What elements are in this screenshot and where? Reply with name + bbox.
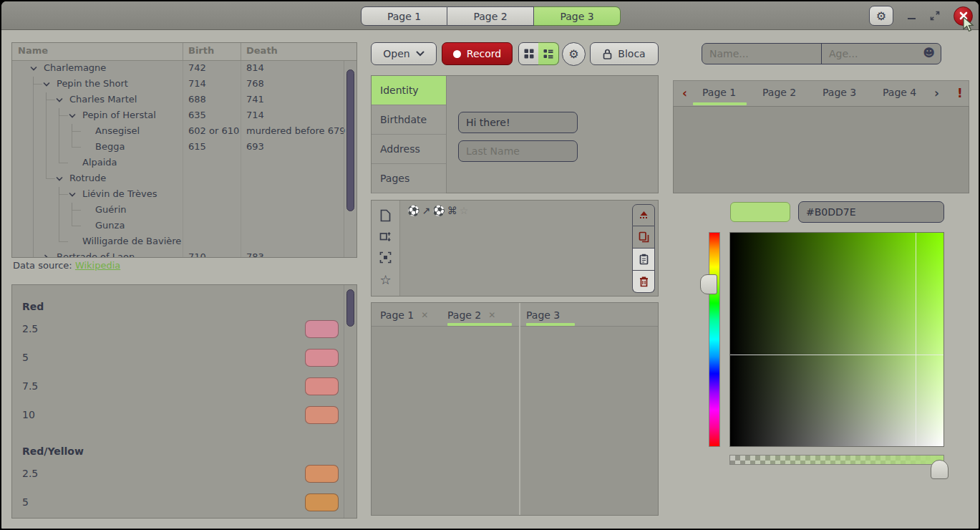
alpha-slider[interactable] [729,455,944,465]
record-button[interactable]: Record [442,42,513,65]
scale-list-item[interactable]: 5 [12,488,344,517]
column-header-death[interactable]: Death [246,45,278,56]
table-row[interactable]: Pepin of Herstal635714 [12,108,344,124]
expander-icon[interactable] [55,175,64,183]
pane-divider[interactable] [519,303,520,515]
focus-icon[interactable] [379,251,392,264]
person-name: Charlemagne [44,62,106,73]
table-row[interactable]: Willigarde de Bavière [12,234,344,250]
color-scale-list: Red2.557.510Red/Yellow2.557.5 [11,284,357,519]
resize-icon[interactable] [379,231,392,243]
scale-list-item[interactable]: 2.5 [12,460,344,488]
notebook-tab-page-3[interactable]: Page 3 [823,87,856,98]
tabs-prev-arrow[interactable]: ‹ [682,86,687,100]
titlebar-tab-page-3[interactable]: Page 3 [534,6,621,26]
column-divider [183,43,183,60]
tabs-overflow-indicator[interactable]: ! [957,86,963,100]
gear-icon: ⚙ [876,9,886,23]
table-row[interactable]: Ansegisel602 or 610murdered before 679 [12,124,344,140]
tab-close-icon[interactable]: ✕ [488,310,495,320]
eject-button[interactable] [632,204,655,226]
sidebar-item-address[interactable]: Address [372,135,446,164]
age-input[interactable]: Age... ☻ [821,44,941,64]
table-row[interactable]: Guérin [12,203,344,218]
star-outline-icon[interactable]: ☆ [379,272,391,287]
birth-value: 742 [188,62,206,73]
wikipedia-link[interactable]: Wikipedia [75,260,120,271]
tree-expander[interactable] [42,80,51,89]
doc-tab-page-1[interactable]: Page 1✕ [380,303,428,327]
expander-icon[interactable] [42,80,51,89]
new-document-icon[interactable] [380,209,391,222]
open-button[interactable]: Open [371,42,437,65]
alpha-slider-handle[interactable] [931,460,949,479]
birth-value: 602 or 610 [188,125,239,136]
tree-expander[interactable] [29,64,38,73]
name-input[interactable]: Name... [702,44,821,64]
maximize-icon [929,10,941,21]
copy-icon [639,231,649,243]
minimize-button[interactable] [906,11,916,21]
last-name-field[interactable]: Last Name [458,140,578,162]
column-header-name[interactable]: Name [18,45,48,56]
hue-slider[interactable] [709,232,720,447]
tree-expander[interactable] [55,96,64,105]
list-scrollbar[interactable] [344,285,356,518]
notebook-tab-page-2[interactable]: Page 2 [762,87,796,98]
lock-button[interactable]: Bloca [590,42,659,65]
tree-expander[interactable] [55,175,64,183]
scale-list-item[interactable]: 7.5 [12,517,344,519]
expander-icon[interactable] [29,64,38,73]
hue-slider-handle[interactable] [700,274,717,294]
delete-button[interactable] [632,271,655,293]
expander-icon[interactable] [68,191,77,199]
sidebar-item-birthdate[interactable]: Birthdate [372,105,446,135]
grid-view-toggle[interactable] [518,42,539,65]
emoji-icon[interactable]: ☻ [923,46,935,59]
table-row[interactable]: Rotrude [12,171,344,187]
expander-icon[interactable] [68,112,77,120]
active-tab-underline [526,323,575,326]
table-row[interactable]: Liévin de Trèves [12,187,344,203]
settings-button[interactable]: ⚙ [869,6,893,26]
notebook-tab-page-1[interactable]: Page 1 [702,87,736,98]
table-row[interactable]: Charles Martel688741 [12,92,344,108]
list-scrollbar-thumb[interactable] [346,289,354,327]
table-row[interactable]: Charlemagne742814 [12,61,344,77]
titlebar-tab-page-2[interactable]: Page 2 [447,6,534,26]
copy-button[interactable] [632,226,655,249]
table-header[interactable]: Name Birth Death [12,43,356,61]
table-row[interactable]: Pepin the Short714768 [12,77,344,92]
tab-close-icon[interactable]: ✕ [421,310,428,320]
tree-expander[interactable] [42,254,51,258]
color-swatch[interactable] [730,202,790,222]
list-view-toggle[interactable] [538,42,559,65]
column-header-birth[interactable]: Birth [188,45,214,56]
table-row[interactable]: Begga615693 [12,140,344,155]
scale-list-item[interactable]: 5 [12,344,344,372]
table-row[interactable]: Gunza [12,218,344,234]
scale-list-item[interactable]: 7.5 [12,372,344,401]
sidebar-item-pages[interactable]: Pages [372,164,446,193]
tree-expander[interactable] [68,112,77,120]
saturation-value-plane[interactable] [729,232,944,447]
first-name-field[interactable]: Hi there! [458,112,578,133]
scale-list-item[interactable]: 2.5 [12,315,344,344]
maximize-button[interactable] [929,10,941,21]
scale-list-item[interactable]: 10 [12,401,344,430]
expander-icon[interactable] [55,96,64,105]
tree-scrollbar-thumb[interactable] [346,69,354,211]
sidebar-item-identity[interactable]: Identity [372,76,446,105]
hex-color-input[interactable]: #B0DD7E [798,201,944,223]
tabs-next-arrow[interactable]: › [934,86,939,100]
settings-round-button[interactable]: ⚙ [562,42,586,66]
tree-scrollbar[interactable] [344,61,356,257]
table-row[interactable]: Alpaida [12,155,344,171]
expander-icon[interactable] [42,254,51,258]
notebook-tab-page-4[interactable]: Page 4 [883,87,916,98]
titlebar-tab-page-1[interactable]: Page 1 [361,6,447,26]
birth-value: 688 [188,94,206,105]
tree-expander[interactable] [68,191,77,199]
table-row[interactable]: Bertrade of Laon710783 [12,250,344,258]
paste-button[interactable] [632,249,655,271]
